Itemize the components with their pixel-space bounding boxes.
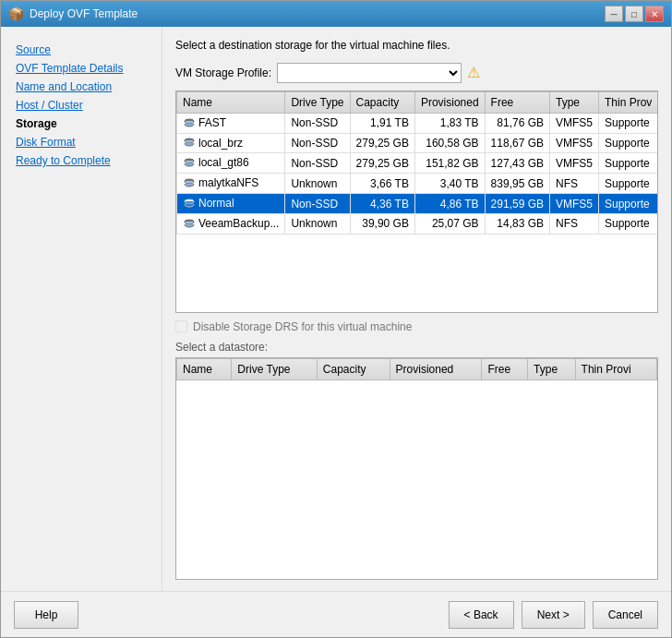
table-row[interactable]: malytkaNFSUnknown3,66 TB3,40 TB839,95 GB… (177, 174, 658, 194)
ds-col-provisioned: Provisioned (390, 358, 482, 379)
vm-profile-label: VM Storage Profile: (175, 66, 271, 79)
window-icon: 📦 (8, 6, 24, 21)
col-type: Type (549, 91, 598, 113)
sidebar-item-name-location[interactable]: Name and Location (12, 78, 150, 95)
main-panel: Select a destination storage for the vir… (162, 27, 671, 591)
datastore-table: Name Drive Type Capacity Provisioned Fre… (176, 358, 657, 380)
ds-col-drive-type: Drive Type (232, 358, 318, 379)
title-controls: ─ □ ✕ (605, 6, 664, 22)
ds-col-type: Type (528, 358, 575, 379)
col-provisioned: Provisioned (414, 91, 485, 113)
vm-profile-row: VM Storage Profile: ⚠ (175, 63, 658, 83)
col-free: Free (485, 91, 549, 113)
window-title: Deploy OVF Template (30, 7, 138, 20)
instruction-text: Select a destination storage for the vir… (175, 38, 658, 54)
minimize-button[interactable]: ─ (605, 6, 623, 22)
ds-col-thin-provi: Thin Provi (575, 358, 656, 379)
col-name: Name (177, 91, 285, 113)
storage-table: Name Drive Type Capacity Provisioned Fre… (176, 91, 658, 235)
sidebar-item-ready[interactable]: Ready to Complete (12, 152, 150, 169)
table-row[interactable]: FASTNon-SSD1,91 TB1,83 TB81,76 GBVMFS5Su… (177, 113, 658, 133)
back-button[interactable]: < Back (449, 601, 514, 629)
table-row[interactable]: local_gt86Non-SSD279,25 GB151,82 GB127,4… (177, 153, 658, 174)
checkbox-row: Disable Storage DRS for this virtual mac… (175, 320, 658, 333)
ds-col-free: Free (482, 358, 528, 379)
sidebar-item-host-cluster[interactable]: Host / Cluster (12, 97, 150, 114)
close-button[interactable]: ✕ (645, 6, 664, 22)
col-capacity: Capacity (350, 91, 414, 113)
table-row[interactable]: VeeamBackup...Unknown39,90 GB25,07 GB14,… (177, 213, 658, 234)
table-row[interactable]: local_brzNon-SSD279,25 GB160,58 GB118,67… (177, 133, 658, 153)
footer-left: Help (14, 601, 78, 629)
ds-col-capacity: Capacity (317, 358, 390, 379)
col-drive-type: Drive Type (285, 91, 350, 113)
ds-col-name: Name (177, 358, 232, 379)
sidebar-item-storage: Storage (12, 115, 150, 132)
footer-right: < Back Next > Cancel (449, 601, 658, 629)
content-area: Source OVF Template Details Name and Loc… (1, 27, 671, 591)
warning-icon: ⚠ (467, 64, 480, 81)
cancel-button[interactable]: Cancel (593, 601, 658, 629)
sidebar: Source OVF Template Details Name and Loc… (1, 27, 162, 591)
title-bar: 📦 Deploy OVF Template ─ □ ✕ (1, 1, 671, 27)
disable-drs-label: Disable Storage DRS for this virtual mac… (193, 320, 412, 333)
sidebar-item-ovf[interactable]: OVF Template Details (12, 60, 150, 77)
col-thin-prov: Thin Prov (599, 91, 658, 113)
main-window: 📦 Deploy OVF Template ─ □ ✕ Source OVF T… (0, 0, 672, 638)
sidebar-item-source[interactable]: Source (12, 42, 150, 58)
help-button[interactable]: Help (14, 601, 78, 629)
bottom-table-container: Name Drive Type Capacity Provisioned Fre… (175, 357, 658, 580)
next-button[interactable]: Next > (522, 601, 585, 629)
datastore-label: Select a datastore: (175, 341, 658, 354)
table-header-row: Name Drive Type Capacity Provisioned Fre… (177, 91, 658, 113)
disable-drs-checkbox[interactable] (175, 320, 187, 332)
vm-storage-profile-select[interactable] (277, 63, 462, 83)
top-table-container: Name Drive Type Capacity Provisioned Fre… (175, 90, 658, 313)
table-row[interactable]: NormalNon-SSD4,36 TB4,86 TB291,59 GBVMFS… (177, 194, 658, 214)
footer: Help < Back Next > Cancel (1, 591, 671, 637)
sidebar-item-disk-format[interactable]: Disk Format (12, 134, 150, 150)
maximize-button[interactable]: □ (625, 6, 643, 22)
datastore-header-row: Name Drive Type Capacity Provisioned Fre… (177, 358, 657, 379)
